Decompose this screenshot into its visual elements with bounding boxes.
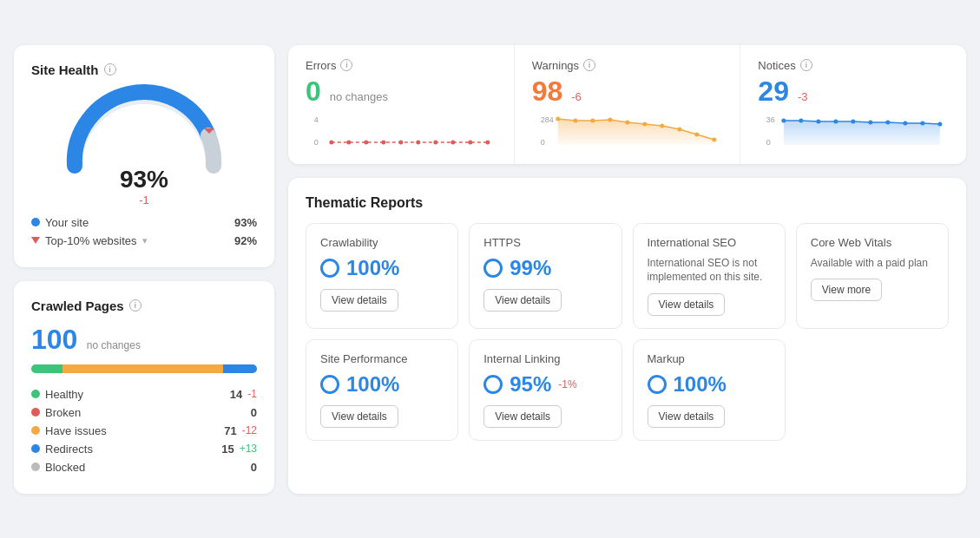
svg-point-6 <box>381 140 385 144</box>
warnings-card: Warnings i 98 -6 284 0 <box>515 45 741 164</box>
svg-point-11 <box>468 140 472 144</box>
crawled-count-row: 100 no changes <box>31 324 257 356</box>
crawled-pages-info-icon[interactable]: i <box>129 299 141 312</box>
svg-text:4: 4 <box>314 115 319 124</box>
top-sites-icon <box>31 237 40 244</box>
stat-broken: Broken 0 <box>31 404 257 422</box>
crawlability-circle <box>320 259 339 278</box>
svg-text:0: 0 <box>314 138 319 147</box>
stat-redirects: Redirects 15 +13 <box>31 440 257 458</box>
gauge-percent: 93% <box>120 166 168 194</box>
https-view-btn[interactable]: View details <box>483 289 562 312</box>
gauge-delta: -1 <box>139 194 149 207</box>
report-empty <box>796 339 949 441</box>
svg-text:0: 0 <box>766 138 771 147</box>
crawled-pages-title: Crawled Pages i <box>31 299 257 313</box>
svg-point-8 <box>416 140 420 144</box>
crawled-subtitle: no changes <box>87 339 141 351</box>
report-https: HTTPS 99% View details <box>469 223 622 330</box>
svg-point-29 <box>782 118 786 122</box>
svg-point-21 <box>642 121 647 126</box>
top-sites-legend: Top-10% websites ▾ 92% <box>31 232 257 250</box>
report-grid-top: Crawlability 100% View details HTTPS 99%… <box>306 223 949 330</box>
site-health-label: Site Health <box>31 62 99 77</box>
errors-card: Errors i 0 no changes 4 0 <box>288 45 515 164</box>
thematic-reports-title: Thematic Reports <box>306 195 949 211</box>
warnings-chart: 284 0 <box>532 112 723 150</box>
internal-linking-view-btn[interactable]: View details <box>483 405 562 428</box>
errors-info-icon[interactable]: i <box>340 59 352 71</box>
top-sites-label: Top-10% websites <box>45 234 137 247</box>
svg-point-19 <box>608 117 612 121</box>
redirects-label: Redirects <box>45 443 216 456</box>
svg-point-33 <box>852 119 856 123</box>
crawlability-view-btn[interactable]: View details <box>320 289 398 312</box>
report-international-seo: International SEO International SEO is n… <box>633 223 786 330</box>
core-web-vitals-desc: Available with a paid plan <box>811 256 934 271</box>
svg-point-38 <box>938 121 943 126</box>
site-health-info-icon[interactable]: i <box>104 63 116 75</box>
warnings-delta: -6 <box>571 90 582 103</box>
svg-point-20 <box>625 120 629 124</box>
internal-linking-delta: -1% <box>558 378 576 390</box>
https-score-row: 99% <box>483 256 607 280</box>
intl-seo-view-btn[interactable]: View details <box>648 293 726 316</box>
top-sites-chevron[interactable]: ▾ <box>142 235 148 246</box>
svg-point-24 <box>694 132 699 136</box>
site-perf-score-row: 100% <box>320 372 444 397</box>
internal-linking-title: Internal Linking <box>483 352 607 365</box>
dashboard: Site Health i 93% -1 <box>14 45 966 494</box>
svg-point-22 <box>660 123 664 128</box>
svg-point-34 <box>869 120 873 124</box>
crawlability-title: Crawlability <box>320 236 444 249</box>
svg-text:36: 36 <box>766 115 775 124</box>
https-title: HTTPS <box>483 236 607 249</box>
https-circle <box>483 259 503 278</box>
stat-have-issues: Have issues 71 -12 <box>31 422 257 440</box>
errors-label: Errors <box>306 59 336 72</box>
warnings-info-icon[interactable]: i <box>583 59 595 71</box>
stat-healthy: Healthy 14 -1 <box>31 385 257 404</box>
healthy-delta: -1 <box>247 388 257 400</box>
svg-point-36 <box>904 121 908 125</box>
report-site-performance: Site Performance 100% View details <box>306 339 458 441</box>
site-perf-view-btn[interactable]: View details <box>320 405 398 428</box>
intl-seo-desc: International SEO is not implemented on … <box>648 256 771 285</box>
svg-text:284: 284 <box>541 115 554 124</box>
svg-point-16 <box>556 116 560 121</box>
stat-blocked: Blocked 0 <box>31 458 257 476</box>
notices-info-icon[interactable]: i <box>800 59 812 71</box>
your-site-dot <box>31 218 40 226</box>
markup-view-btn[interactable]: View details <box>648 405 726 428</box>
errors-value: 0 <box>306 77 321 105</box>
core-web-vitals-btn[interactable]: View more <box>811 279 882 301</box>
report-grid-bottom: Site Performance 100% View details Inter… <box>306 339 949 441</box>
svg-point-31 <box>817 119 821 123</box>
issues-dot <box>31 426 40 435</box>
pb-issues <box>62 364 223 373</box>
your-site-legend: Your site 93% <box>31 213 257 232</box>
svg-point-25 <box>712 137 716 141</box>
notices-chart: 36 0 <box>758 112 949 150</box>
healthy-label: Healthy <box>45 388 225 401</box>
crawlability-score-row: 100% <box>320 256 444 280</box>
progress-bar <box>31 364 257 373</box>
internal-linking-circle <box>483 375 503 394</box>
svg-point-5 <box>364 140 368 144</box>
svg-text:0: 0 <box>541 138 545 147</box>
top-sites-value: 92% <box>234 234 257 247</box>
markup-title: Markup <box>648 352 771 365</box>
svg-point-7 <box>398 140 403 144</box>
svg-point-23 <box>677 127 681 131</box>
report-core-web-vitals: Core Web Vitals Available with a paid pl… <box>796 223 949 330</box>
redirects-delta: +13 <box>240 443 257 455</box>
notices-title: Notices i <box>758 59 949 72</box>
left-column: Site Health i 93% -1 <box>14 45 274 494</box>
https-score: 99% <box>510 256 551 280</box>
issues-delta: -12 <box>242 424 257 436</box>
errors-title: Errors i <box>306 59 497 72</box>
healthy-dot <box>31 390 40 398</box>
your-site-label: Your site <box>45 216 89 229</box>
report-crawlability: Crawlability 100% View details <box>306 223 458 330</box>
notices-card: Notices i 29 -3 36 0 <box>740 45 966 164</box>
